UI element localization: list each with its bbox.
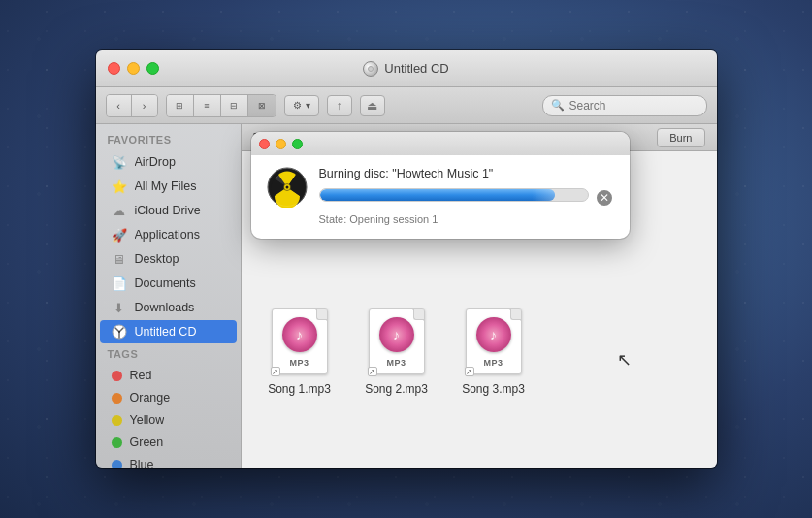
alias-arrow-icon: ↗ — [465, 367, 474, 376]
yellow-tag-dot — [112, 415, 122, 426]
dialog-titlebar — [251, 132, 630, 155]
cloud-icon: ☁ — [112, 203, 127, 218]
mp3-file-icon: MP3 — [272, 308, 328, 374]
sidebar-tag-blue[interactable]: Blue — [100, 454, 237, 468]
share-button[interactable]: ↑ — [327, 95, 352, 116]
progress-bar-wrapper: ✕ — [319, 188, 614, 208]
file-name-song3: Song 3.mp3 — [462, 382, 525, 398]
tag-label: Orange — [130, 391, 171, 405]
blue-tag-dot — [112, 460, 122, 469]
sidebar-item-untitled-cd[interactable]: Untitled CD — [100, 320, 237, 343]
sidebar-item-label: Applications — [135, 228, 200, 242]
desktop-icon: 🖥 — [112, 251, 127, 267]
file-item-song2[interactable]: MP3 ↗ Song 2.mp3 — [358, 307, 436, 398]
burn-button[interactable]: Burn — [657, 128, 704, 147]
green-tag-dot — [112, 437, 122, 448]
mp3-tag: MP3 — [289, 358, 309, 368]
minimize-button[interactable] — [127, 62, 140, 75]
progress-cancel-button[interactable]: ✕ — [595, 188, 614, 208]
sidebar-item-airdrop[interactable]: 📡 AirDrop — [100, 150, 237, 174]
arrange-button[interactable]: ⚙ ▾ — [284, 95, 319, 116]
sidebar-item-desktop[interactable]: 🖥 Desktop — [100, 247, 237, 271]
view-buttons: ⊞ ≡ ⊟ ⊠ — [166, 94, 276, 117]
tag-label: Yellow — [130, 413, 165, 427]
dialog-maximize-button[interactable] — [292, 139, 303, 149]
cover-flow-button[interactable]: ⊠ — [248, 95, 276, 116]
star-icon: ⭐ — [112, 178, 127, 194]
orange-tag-dot — [112, 393, 122, 404]
window-title: Untitled CD — [96, 61, 717, 77]
dialog-minimize-button[interactable] — [276, 139, 286, 149]
documents-icon: 📄 — [112, 275, 127, 291]
column-view-button[interactable]: ⊟ — [221, 95, 248, 116]
progress-bar-container — [319, 188, 589, 202]
file-fold — [316, 309, 327, 320]
file-fold — [510, 309, 521, 320]
dialog-state: State: Opening session 1 — [319, 213, 614, 225]
search-input[interactable] — [569, 99, 698, 113]
tag-label: Blue — [130, 458, 154, 468]
maximize-button[interactable] — [146, 62, 159, 75]
dialog-close-button[interactable] — [259, 139, 270, 149]
sidebar: Favorites 📡 AirDrop ⭐ All My Files ☁ iCl… — [96, 124, 242, 468]
main-content: Favorites 📡 AirDrop ⭐ All My Files ☁ iCl… — [96, 124, 717, 468]
close-button[interactable] — [108, 62, 120, 75]
sidebar-item-allmyfiles[interactable]: ⭐ All My Files — [100, 175, 237, 198]
sidebar-item-documents[interactable]: 📄 Documents — [100, 272, 237, 295]
file-icon-song2: MP3 ↗ — [366, 307, 428, 376]
airdrop-icon: 📡 — [112, 154, 127, 170]
sidebar-item-label: Untitled CD — [135, 325, 197, 339]
svg-point-7 — [285, 186, 288, 189]
progress-bar — [320, 189, 556, 201]
sidebar-tag-red[interactable]: Red — [100, 365, 237, 386]
downloads-icon: ⬇ — [112, 300, 127, 315]
search-icon: 🔍 — [551, 99, 565, 112]
arrange-arrow-icon: ▾ — [306, 100, 310, 111]
burn-dialog: Burning disc: "Howtech Music 1" ✕ State:… — [251, 132, 630, 239]
search-box[interactable]: 🔍 — [542, 95, 707, 116]
toolbar: ‹ › ⊞ ≡ ⊟ ⊠ ⚙ ▾ ↑ ⏏ 🔍 — [96, 87, 717, 124]
tags-label: Tags — [96, 344, 241, 364]
file-item-song3[interactable]: MP3 ↗ Song 3.mp3 — [455, 307, 533, 398]
sidebar-item-label: Desktop — [135, 252, 179, 266]
nav-buttons: ‹ › — [106, 94, 158, 117]
dialog-title: Burning disc: "Howtech Music 1" — [319, 167, 614, 180]
sidebar-item-downloads[interactable]: ⬇ Downloads — [100, 296, 237, 319]
sidebar-item-label: Downloads — [135, 301, 195, 314]
window-icon — [363, 61, 378, 77]
sidebar-item-label: Documents — [135, 276, 196, 290]
applications-icon: 🚀 — [112, 227, 127, 243]
mp3-tag: MP3 — [483, 358, 503, 368]
music-note-icon — [379, 317, 414, 352]
file-item-song1[interactable]: MP3 ↗ Song 1.mp3 — [261, 307, 339, 398]
alias-arrow-icon: ↗ — [271, 367, 280, 376]
favorites-label: Favorites — [96, 124, 241, 149]
sidebar-item-label: iCloud Drive — [135, 204, 201, 217]
file-name-song2: Song 2.mp3 — [365, 382, 428, 398]
finder-window: Untitled CD ‹ › ⊞ ≡ ⊟ ⊠ ⚙ ▾ ↑ ⏏ 🔍 Favori… — [96, 50, 717, 468]
file-name-song1: Song 1.mp3 — [268, 382, 331, 398]
red-tag-dot — [112, 371, 122, 381]
sidebar-item-icloud[interactable]: ☁ iCloud Drive — [100, 199, 237, 222]
icon-view-button[interactable]: ⊞ — [167, 95, 194, 116]
sidebar-tag-green[interactable]: Green — [100, 432, 237, 453]
sidebar-item-applications[interactable]: 🚀 Applications — [100, 223, 237, 246]
sidebar-item-label: AirDrop — [135, 155, 176, 169]
sidebar-item-label: All My Files — [135, 179, 197, 193]
tag-label: Red — [130, 369, 152, 382]
cd-icon — [112, 324, 127, 340]
list-view-button[interactable]: ≡ — [194, 95, 221, 116]
file-area: Burning disc: "Howtech Music 1" ✕ State:… — [242, 124, 717, 468]
tag-label: Green — [130, 436, 164, 449]
music-note-icon — [476, 317, 511, 352]
mp3-file-icon: MP3 — [466, 308, 522, 374]
music-note-icon — [282, 317, 317, 352]
sidebar-tag-yellow[interactable]: Yellow — [100, 409, 237, 431]
gear-icon: ⚙ — [293, 100, 302, 111]
alias-arrow-icon: ↗ — [368, 367, 377, 376]
cd-disc-icon — [112, 324, 127, 340]
sidebar-tag-orange[interactable]: Orange — [100, 387, 237, 408]
back-button[interactable]: ‹ — [107, 95, 132, 116]
eject-button[interactable]: ⏏ — [360, 95, 385, 116]
forward-button[interactable]: › — [132, 95, 157, 116]
